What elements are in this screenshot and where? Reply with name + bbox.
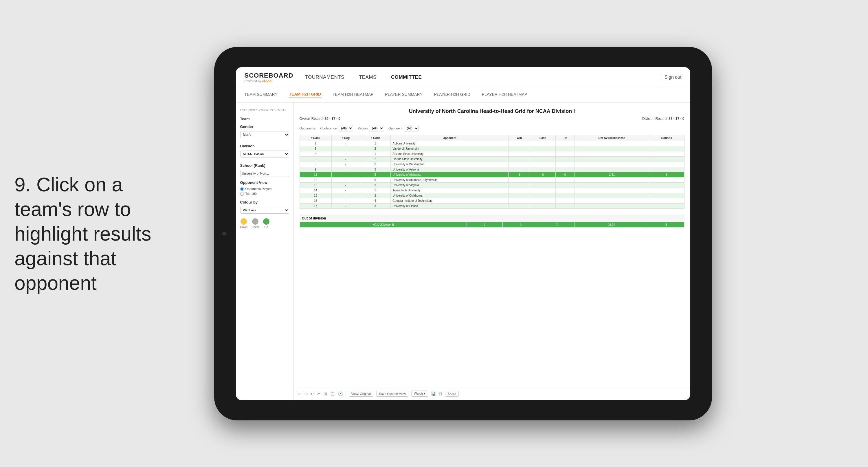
sidebar-radio-top100[interactable]: Top 100 xyxy=(240,192,289,196)
undo-icon[interactable]: ↩ xyxy=(298,391,302,396)
ood-division: NCAA Division II xyxy=(300,222,467,227)
table-row[interactable]: 4-1Arizona State University xyxy=(300,151,684,156)
nav-sign-out[interactable]: Sign out xyxy=(664,75,682,80)
data-cell xyxy=(556,162,575,167)
sidebar-opponent-view-label: Opponent View xyxy=(240,180,289,185)
data-cell xyxy=(649,187,684,193)
sub-nav-player-summary[interactable]: PLAYER SUMMARY xyxy=(385,92,422,98)
opponent-select[interactable]: (All) xyxy=(404,125,419,132)
data-cell xyxy=(508,203,530,208)
sub-nav-team-summary[interactable]: TEAM SUMMARY xyxy=(245,92,278,98)
table-row[interactable]: 17-3University of Florida xyxy=(300,203,684,208)
sidebar-timestamp: Last Updated: 27/03/2024 16:55:38 xyxy=(240,108,289,112)
sidebar-radio-opponents[interactable]: Opponents Played xyxy=(240,187,289,191)
table-row[interactable]: 14-1Texas Tech University xyxy=(300,187,684,193)
data-cell xyxy=(530,167,556,172)
nav-separator: | xyxy=(660,75,662,80)
sidebar-division-select[interactable]: NCAA Division I xyxy=(240,150,289,157)
sidebar-gender-select[interactable]: Men's xyxy=(240,131,289,138)
nav-tournaments[interactable]: TOURNAMENTS xyxy=(305,75,344,80)
ood-loss: 0 xyxy=(503,222,539,227)
nav-teams[interactable]: TEAMS xyxy=(359,75,376,80)
data-cell xyxy=(530,146,556,151)
data-cell xyxy=(575,151,649,156)
outer-container: 9. Click on a team's row to highlight re… xyxy=(0,0,868,467)
sub-nav-player-h2h-heatmap[interactable]: PLAYER H2H HEATMAP xyxy=(482,92,527,98)
view-original-btn[interactable]: View: Original xyxy=(349,391,374,397)
table-row[interactable]: 12-6University of Arkansas, Fayetteville xyxy=(300,177,684,182)
share-btn[interactable]: Share xyxy=(445,391,459,397)
copy-icon[interactable]: ⊞ xyxy=(323,391,327,396)
data-cell: 2 xyxy=(360,156,391,162)
sub-nav-team-h2h-heatmap[interactable]: TEAM H2H HEATMAP xyxy=(333,92,373,98)
down-dot xyxy=(241,218,247,225)
left-sidebar: Last Updated: 27/03/2024 16:55:38 Team G… xyxy=(236,103,294,400)
data-cell xyxy=(649,198,684,203)
data-cell: 0 xyxy=(556,172,575,177)
conference-select[interactable]: (All) xyxy=(338,125,353,132)
bottom-toolbar: ↩ ↪ ↩ ✂ ⊞ 📋 🕐 View: Original Save Custom… xyxy=(294,387,690,400)
grid-title: University of North Carolina Head-to-Hea… xyxy=(300,108,684,114)
table-row[interactable]: 2-1Auburn University xyxy=(300,141,684,146)
out-of-division-row[interactable]: NCAA Division II 1 0 0 26.00 3 xyxy=(300,222,684,227)
table-row[interactable]: 3-2Vanderbilt University xyxy=(300,146,684,151)
table-row[interactable]: 8-2University of Washington xyxy=(300,162,684,167)
table-row[interactable]: 11-5University of Alabama3002.618 xyxy=(300,172,684,177)
opponent-name-cell: University of Washington xyxy=(391,162,508,167)
data-cell xyxy=(556,167,575,172)
data-cell: 4 xyxy=(300,151,332,156)
table-row[interactable]: 6-2Florida State University xyxy=(300,156,684,162)
sidebar-gender-label: Gender xyxy=(240,124,289,129)
cut-icon[interactable]: ✂ xyxy=(317,391,321,396)
sidebar-colour-by-select[interactable]: Win/Loss xyxy=(240,207,289,214)
data-cell xyxy=(649,203,684,208)
data-cell: 1 xyxy=(360,151,391,156)
save-custom-btn[interactable]: Save Custom View xyxy=(376,391,408,397)
table-row[interactable]: 9-3University of Arizona xyxy=(300,167,684,172)
data-cell xyxy=(575,167,649,172)
data-cell xyxy=(556,187,575,193)
col-opponent: Opponent xyxy=(391,135,508,141)
data-cell xyxy=(649,141,684,146)
redo-icon[interactable]: ↪ xyxy=(305,391,308,396)
sidebar-school-value[interactable]: University of Nort... xyxy=(240,170,289,177)
nav-committee[interactable]: COMMITTEE xyxy=(391,75,422,80)
paste-icon[interactable]: 📋 xyxy=(330,391,335,396)
table-row[interactable]: 16-4Georgia Institute of Technology xyxy=(300,198,684,203)
data-cell: 5 xyxy=(360,172,391,177)
data-cell: 11 xyxy=(300,172,332,177)
data-cell xyxy=(530,203,556,208)
data-cell: - xyxy=(332,198,360,203)
data-cell: 17 xyxy=(300,203,332,208)
data-cell: - xyxy=(332,177,360,182)
watch-btn[interactable]: Watch ▾ xyxy=(411,390,428,397)
data-cell: 12 xyxy=(300,177,332,182)
data-cell: 3 xyxy=(360,203,391,208)
opponent-filter: Opponent (All) xyxy=(389,125,419,132)
col-rank: # Rank xyxy=(300,135,332,141)
table-row[interactable]: 13-3University of Virginia xyxy=(300,182,684,187)
data-cell: 3 xyxy=(300,146,332,151)
data-cell xyxy=(575,182,649,187)
data-cell xyxy=(649,182,684,187)
opponent-name-cell: University of Virginia xyxy=(391,182,508,187)
logo-powered: Powered by clippd xyxy=(245,79,293,83)
region-select[interactable]: (All) xyxy=(369,125,384,132)
back-icon[interactable]: ↩ xyxy=(311,391,314,396)
data-cell: - xyxy=(332,167,360,172)
col-reg: # Reg xyxy=(332,135,360,141)
table-row[interactable]: 15-2University of Oklahoma xyxy=(300,193,684,198)
sub-nav-team-h2h-grid[interactable]: TEAM H2H GRID xyxy=(289,92,321,98)
data-cell: 1 xyxy=(360,187,391,193)
data-cell: - xyxy=(332,187,360,193)
sub-nav: TEAM SUMMARY TEAM H2H GRID TEAM H2H HEAT… xyxy=(236,88,690,103)
conference-filter: Conference (All) xyxy=(320,125,353,132)
data-cell: - xyxy=(332,162,360,167)
sub-nav-player-h2h-grid[interactable]: PLAYER H2H GRID xyxy=(434,92,470,98)
data-cell: 9 xyxy=(300,167,332,172)
data-cell xyxy=(575,141,649,146)
clock-icon[interactable]: 🕐 xyxy=(338,391,343,396)
data-cell: 2 xyxy=(360,193,391,198)
tablet-frame: SCOREBOARD Powered by clippd TOURNAMENTS… xyxy=(214,47,712,420)
sidebar-division-label: Division xyxy=(240,144,289,148)
